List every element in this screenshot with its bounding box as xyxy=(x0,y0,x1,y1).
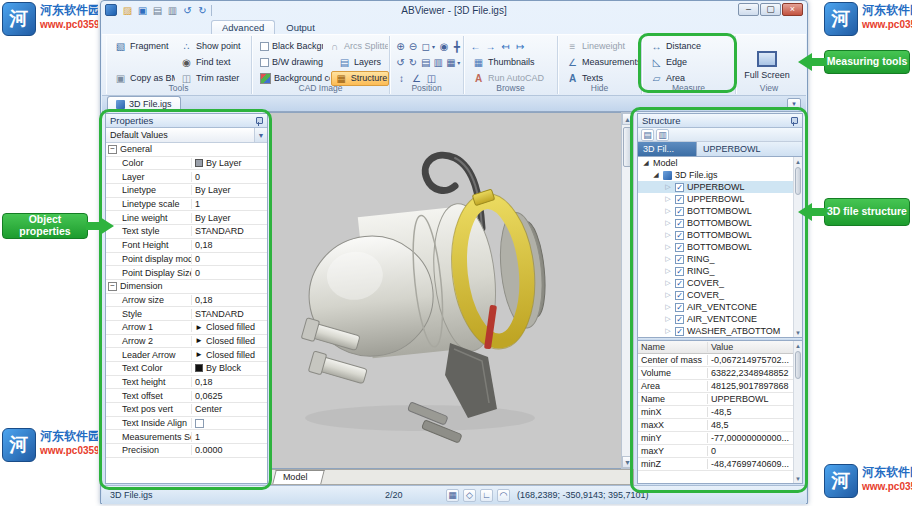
last-page-icon[interactable]: ↦ xyxy=(513,39,528,53)
property-value[interactable]: 1 xyxy=(192,432,267,442)
lineweight-button[interactable]: ≡Lineweight xyxy=(562,39,629,54)
property-section-row[interactable]: −Dimension xyxy=(106,280,267,294)
find-text-button[interactable]: ◉Find text xyxy=(176,55,235,70)
3d-model-canvas[interactable] xyxy=(270,113,621,469)
scrollbar-thumb[interactable] xyxy=(623,127,632,167)
collapse-icon[interactable]: − xyxy=(108,145,117,154)
scroll-down-icon[interactable]: ▼ xyxy=(794,328,802,337)
model-sheet-tab[interactable]: Model xyxy=(272,470,324,484)
first-page-icon[interactable]: ↤ xyxy=(498,39,513,53)
chevron-right-icon[interactable]: ▷ xyxy=(664,195,672,203)
tree-root-row[interactable]: ◢Model xyxy=(638,157,802,169)
checkbox[interactable]: ✓ xyxy=(675,255,684,264)
forward-icon[interactable]: → xyxy=(483,39,498,53)
snap-icon[interactable]: ◇ xyxy=(463,489,476,502)
tree-item[interactable]: ▷✓BOTTOMBOWL xyxy=(638,205,802,217)
checkbox[interactable]: ✓ xyxy=(675,291,684,300)
scroll-up-icon[interactable]: ▲ xyxy=(794,157,802,166)
chevron-right-icon[interactable]: ▷ xyxy=(664,267,672,275)
details-row[interactable]: maxY0 xyxy=(638,445,802,458)
fragment-button[interactable]: ▧Fragment xyxy=(110,39,176,54)
checkbox[interactable]: ✓ xyxy=(675,267,684,276)
checkbox[interactable]: ✓ xyxy=(675,279,684,288)
pin-icon[interactable] xyxy=(253,116,263,126)
chevron-right-icon[interactable]: ▷ xyxy=(664,219,672,227)
checkbox[interactable]: ✓ xyxy=(675,243,684,252)
measurements-button[interactable]: ∠Measurements xyxy=(562,55,641,70)
property-value[interactable]: 0 xyxy=(192,268,267,278)
property-value[interactable]: 0,18 xyxy=(192,295,267,305)
property-value[interactable]: STANDARD xyxy=(192,309,267,319)
tree-item[interactable]: ▷✓COVER_ xyxy=(638,289,802,301)
properties-panel-header[interactable]: Properties xyxy=(106,114,267,128)
chevron-right-icon[interactable]: ▷ xyxy=(664,327,672,335)
pin-icon[interactable] xyxy=(788,116,798,126)
details-row[interactable]: Area48125,9017897868 xyxy=(638,380,802,393)
details-row[interactable]: minX-48,5 xyxy=(638,406,802,419)
tree-item[interactable]: ▷✓COVER_ xyxy=(638,277,802,289)
edge-button[interactable]: ◺Edge xyxy=(646,55,691,70)
chevron-right-icon[interactable]: ▷ xyxy=(664,279,672,287)
zoom-out-icon[interactable]: ⊖ xyxy=(407,39,420,53)
property-row[interactable]: Text Inside Align xyxy=(106,417,267,431)
property-row[interactable]: Precision0.0000 xyxy=(106,444,267,458)
ortho-icon[interactable]: ∟ xyxy=(480,489,493,502)
property-row[interactable]: Text pos vertCenter xyxy=(106,403,267,417)
property-row[interactable]: StyleSTANDARD xyxy=(106,307,267,321)
property-row[interactable]: Text styleSTANDARD xyxy=(106,225,267,239)
tree-file-row[interactable]: ◢3D File.igs xyxy=(638,169,802,181)
maximize-button[interactable]: ▢ xyxy=(760,3,781,16)
property-row[interactable]: Text ColorBy Block xyxy=(106,362,267,376)
tree-item[interactable]: ▷✓RING_ xyxy=(638,253,802,265)
expanded-icon[interactable]: ◢ xyxy=(642,159,650,167)
property-value[interactable]: By Block xyxy=(192,363,267,373)
details-row[interactable]: NameUPPERBOWL xyxy=(638,393,802,406)
details-row[interactable]: maxX48,5 xyxy=(638,419,802,432)
structure-tab-selection[interactable]: UPPERBOWL xyxy=(696,142,802,156)
tree-item[interactable]: ▷✓BOTTOMBOWL xyxy=(638,217,802,229)
tree-scrollbar[interactable]: ▲ ▼ xyxy=(793,157,802,337)
property-row[interactable]: Font Height0,18 xyxy=(106,239,267,253)
chevron-right-icon[interactable]: ▷ xyxy=(664,243,672,251)
preset-dropdown[interactable]: Default Values ▼ xyxy=(106,128,267,143)
property-row[interactable]: LinetypeBy Layer xyxy=(106,184,267,198)
checkbox[interactable]: ✓ xyxy=(675,183,684,192)
property-row[interactable]: Leader Arrow►Closed filled xyxy=(106,348,267,362)
collapse-icon[interactable]: − xyxy=(108,282,117,291)
property-section-row[interactable]: −General xyxy=(106,143,267,157)
chevron-right-icon[interactable]: ▷ xyxy=(664,255,672,263)
checkbox[interactable]: ✓ xyxy=(675,195,684,204)
pan-icon[interactable]: ╋ xyxy=(450,39,463,53)
black-background-checkbox[interactable]: Black Background xyxy=(256,39,324,54)
details-row[interactable]: Volume63822,2348948852 xyxy=(638,367,802,380)
property-value[interactable]: 1 xyxy=(192,199,267,209)
scrollbar-thumb[interactable] xyxy=(795,167,801,195)
chevron-right-icon[interactable]: ▷ xyxy=(664,231,672,239)
view-front-icon[interactable]: ▥ xyxy=(432,55,445,69)
tree-item[interactable]: ▷✓WASHER_ATBOTTOM xyxy=(638,325,802,337)
property-row[interactable]: Arrow 1►Closed filled xyxy=(106,321,267,335)
checkbox[interactable]: ✓ xyxy=(675,231,684,240)
details-row[interactable]: minY-77,00000000000... xyxy=(638,432,802,445)
property-row[interactable]: Arrow size0,18 xyxy=(106,294,267,308)
property-value[interactable]: 0 xyxy=(192,172,267,182)
checkbox[interactable]: ✓ xyxy=(675,315,684,324)
details-scrollbar[interactable]: ▲ ▼ xyxy=(793,341,802,483)
property-value[interactable]: By Layer xyxy=(192,158,267,168)
show-point-button[interactable]: ∴Show point xyxy=(176,39,245,54)
tree-item[interactable]: ▷✓AIR_VENTCONE xyxy=(638,301,802,313)
property-row[interactable]: Point display mode0 xyxy=(106,253,267,267)
property-value[interactable]: 0,18 xyxy=(192,240,267,250)
property-value[interactable]: Center xyxy=(192,404,267,414)
property-row[interactable]: Layer0 xyxy=(106,170,267,184)
scroll-down-icon[interactable]: ▼ xyxy=(794,474,802,483)
scroll-up-icon[interactable]: ▲ xyxy=(622,113,633,125)
scroll-up-icon[interactable]: ▲ xyxy=(794,341,802,350)
tree-item[interactable]: ▷✓BOTTOMBOWL xyxy=(638,241,802,253)
black-background-box-icon[interactable] xyxy=(260,42,269,51)
tree-item[interactable]: ▷✓BOTTOMBOWL xyxy=(638,229,802,241)
property-row[interactable]: Arrow 2►Closed filled xyxy=(106,335,267,349)
3d-viewport[interactable] xyxy=(269,112,621,469)
rotate-left-icon[interactable]: ↺ xyxy=(394,55,407,69)
property-value[interactable]: STANDARD xyxy=(192,226,267,236)
